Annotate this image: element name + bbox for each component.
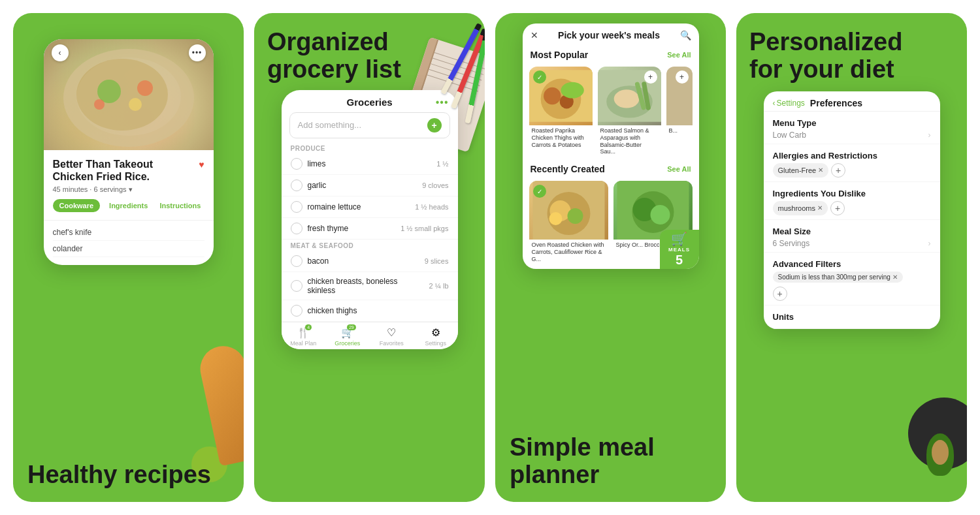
tab-meal-plan[interactable]: 🍴 4 Meal Plan [282, 326, 326, 347]
check-circle[interactable] [291, 179, 302, 191]
item-name: chicken breasts, boneless skinless [308, 277, 424, 295]
meal-add-2[interactable]: + [644, 70, 657, 84]
tab-meal-plan-label: Meal Plan [290, 340, 316, 347]
menu-type-value: Low Carb [773, 131, 806, 140]
meal-card-3[interactable]: + B... [666, 67, 693, 157]
meal-check-4: ✓ [533, 185, 546, 198]
more-icon: ••• [192, 48, 203, 57]
menu-type-value-row[interactable]: Low Carb › [773, 131, 931, 140]
healthy-recipes-label: Healthy recipes [27, 461, 211, 489]
add-filter-btn[interactable]: + [773, 287, 787, 301]
check-circle[interactable] [291, 223, 302, 234]
meal-card-1[interactable]: ✓ Roasted Paprika Chicken Thighs with Ca… [529, 67, 593, 157]
prefs-header: ‹ Settings Preferences [764, 91, 940, 112]
check-circle[interactable] [291, 280, 302, 292]
heart-icon[interactable]: ♥ [199, 159, 204, 170]
menu-type-section: Menu Type Low Carb › [764, 112, 940, 144]
grocery-more-btn[interactable]: ••• [436, 97, 449, 108]
dislike-label: Ingredients You Dislike [773, 189, 931, 198]
grocery-title: Groceries [304, 97, 436, 108]
equipment-item: colander [53, 241, 204, 257]
see-all-recent[interactable]: See All [667, 165, 691, 173]
svg-point-9 [544, 87, 561, 104]
check-circle[interactable] [291, 201, 302, 213]
item-qty: 1 ½ [436, 160, 448, 168]
check-circle[interactable] [291, 158, 302, 170]
tab-groceries-label: Groceries [335, 340, 360, 347]
meal-size-value-row[interactable]: 6 Servings › [773, 239, 931, 248]
meal-card-2[interactable]: + Roasted Salmon & Asparagus with Balsam… [598, 67, 661, 157]
chevron-right-icon: › [928, 131, 931, 140]
add-item-button[interactable]: + [427, 118, 442, 133]
gluten-free-chip[interactable]: Gluten-Free ✕ [773, 163, 829, 178]
panel-diet-preferences: Personalizedfor your diet ‹ Settings Pre… [736, 13, 967, 502]
settings-back-label: Settings [777, 99, 805, 108]
panel-meal-planner: ✕ Pick your week's meals 🔍 Most Popular … [495, 13, 726, 502]
add-allergy-btn[interactable]: + [831, 163, 845, 178]
meal-name-4: Oven Roasted Chicken with Carrots, Cauli… [529, 240, 608, 264]
svg-point-14 [613, 89, 639, 108]
grocery-item: fresh thyme 1 ½ small pkgs [282, 218, 458, 240]
meal-planner-title: Pick your week's meals [542, 30, 676, 40]
panel1-bottom-label: Healthy recipes [13, 448, 225, 502]
units-section: Units [764, 305, 940, 329]
tab-ingredients[interactable]: Ingredients [106, 199, 150, 212]
meal-size-value: 6 Servings [773, 239, 810, 248]
grocery-item: romaine lettuce 1 ½ heads [282, 196, 458, 218]
close-button[interactable]: ✕ [531, 30, 538, 40]
svg-point-11 [561, 82, 583, 99]
item-name: romaine lettuce [308, 202, 410, 211]
mushrooms-chip[interactable]: mushrooms ✕ [773, 201, 828, 215]
tab-settings[interactable]: ⚙ Settings [414, 326, 458, 347]
search-button[interactable]: 🔍 [680, 30, 691, 40]
advanced-chips: Sodium is less than 300mg per serving ✕ [773, 272, 931, 283]
item-qty: 9 slices [425, 257, 449, 265]
simple-meal-planner-label: Simple mealplanner [510, 434, 655, 489]
item-name: chicken thighs [308, 306, 444, 315]
meal-add-3[interactable]: + [676, 70, 689, 84]
chip-label: mushrooms [778, 204, 815, 212]
back-button[interactable]: ‹ [52, 44, 69, 61]
meal-size-label: Meal Size [773, 226, 931, 236]
recipe-title-row: Better Than Takeout Chicken Fried Rice. … [53, 158, 204, 183]
cart-overlay[interactable]: 🛒 MEALS 5 [660, 230, 699, 269]
chip-remove-icon[interactable]: ✕ [817, 204, 823, 211]
meal-card-img-1: ✓ [529, 67, 593, 125]
recently-created-label: Recently Created [531, 164, 605, 174]
allergies-section: Allergies and Restrictions Gluten-Free ✕… [764, 144, 940, 182]
meals-label: MEALS [668, 247, 690, 253]
add-placeholder: Add something... [298, 120, 362, 130]
phone-mockup-3: ✕ Pick your week's meals 🔍 Most Popular … [523, 23, 699, 269]
tab-groceries[interactable]: 🛒 29 Groceries [325, 326, 370, 347]
chip-remove-sodium-icon[interactable]: ✕ [892, 273, 898, 281]
see-all-popular[interactable]: See All [667, 51, 691, 59]
check-circle[interactable] [291, 305, 302, 317]
item-qty: 2 ¼ lb [429, 282, 449, 290]
sodium-filter-chip[interactable]: Sodium is less than 300mg per serving ✕ [773, 272, 903, 283]
add-item-input[interactable]: Add something... + [289, 112, 450, 138]
dislike-section: Ingredients You Dislike mushrooms ✕ + [764, 182, 940, 220]
item-qty: 1 ½ heads [415, 203, 448, 211]
tab-instructions[interactable]: Instructions [157, 199, 203, 212]
cart-icon: 🛒 [671, 231, 687, 247]
item-qty: 1 ½ small pkgs [400, 225, 448, 232]
chip-remove-icon[interactable]: ✕ [818, 166, 823, 174]
recipe-meta: 45 minutes · 6 servings ▾ [53, 185, 204, 194]
check-circle[interactable] [291, 255, 302, 267]
meal-size-section: Meal Size 6 Servings › [764, 220, 940, 253]
meal-plan-badge: 4 [305, 324, 312, 330]
preferences-tab[interactable]: Preferences [810, 98, 862, 108]
equipment-item: chef's knife [53, 225, 204, 241]
add-dislike-btn[interactable]: + [830, 201, 845, 215]
filter-label: Sodium is less than 300mg per serving [778, 273, 890, 281]
tab-favorites-label: Favorites [380, 340, 404, 347]
meal-card-4[interactable]: ✓ Oven Roasted Chicken with Carrots, Cau… [529, 181, 608, 264]
panel3-bottom-label: Simple mealplanner [495, 421, 669, 502]
back-settings-btn[interactable]: ‹ Settings [773, 99, 805, 108]
panel-healthy-recipes: ‹ ••• Better Than Takeout Chicken Fried … [13, 13, 244, 502]
tab-cookware[interactable]: Cookware [53, 199, 101, 212]
more-button[interactable]: ••• [189, 44, 206, 61]
grocery-item: chicken thighs [282, 300, 458, 322]
svg-point-6 [76, 57, 181, 136]
tab-favorites[interactable]: ♡ Favorites [370, 326, 414, 347]
